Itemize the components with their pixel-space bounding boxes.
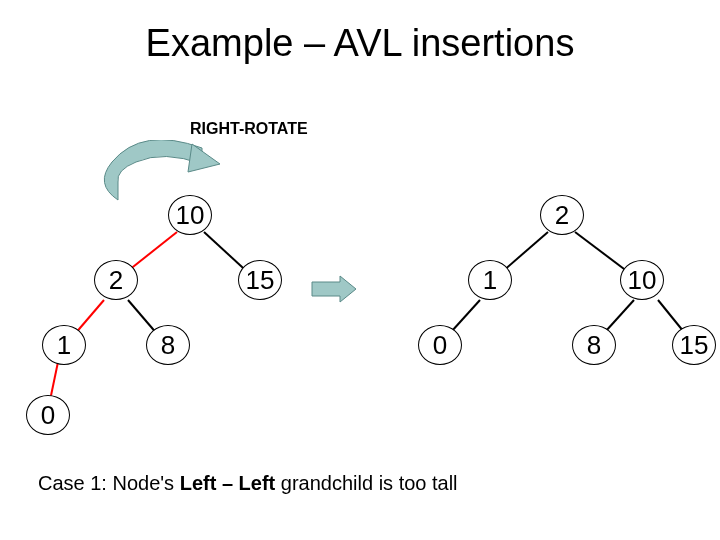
right-rl-node: 8: [572, 325, 616, 365]
caption-bold: Left – Left: [180, 472, 276, 494]
right-rr-node: 15: [672, 325, 716, 365]
caption-suffix: grandchild is too tall: [275, 472, 457, 494]
right-l-node: 1: [468, 260, 512, 300]
rotate-label: RIGHT-ROTATE: [190, 120, 308, 138]
rotation-arrow-icon: [92, 140, 222, 204]
right-r-node: 10: [620, 260, 664, 300]
left-root-node: 10: [168, 195, 212, 235]
left-lll-node: 0: [26, 395, 70, 435]
right-ll-node: 0: [418, 325, 462, 365]
caption-prefix: Case 1: Node's: [38, 472, 180, 494]
implies-arrow-icon: [310, 274, 358, 304]
page-title: Example – AVL insertions: [146, 22, 575, 65]
right-root-node: 2: [540, 195, 584, 235]
left-l-node: 2: [94, 260, 138, 300]
left-lr-node: 8: [146, 325, 190, 365]
left-r-node: 15: [238, 260, 282, 300]
caption: Case 1: Node's Left – Left grandchild is…: [38, 472, 458, 495]
left-ll-node: 1: [42, 325, 86, 365]
